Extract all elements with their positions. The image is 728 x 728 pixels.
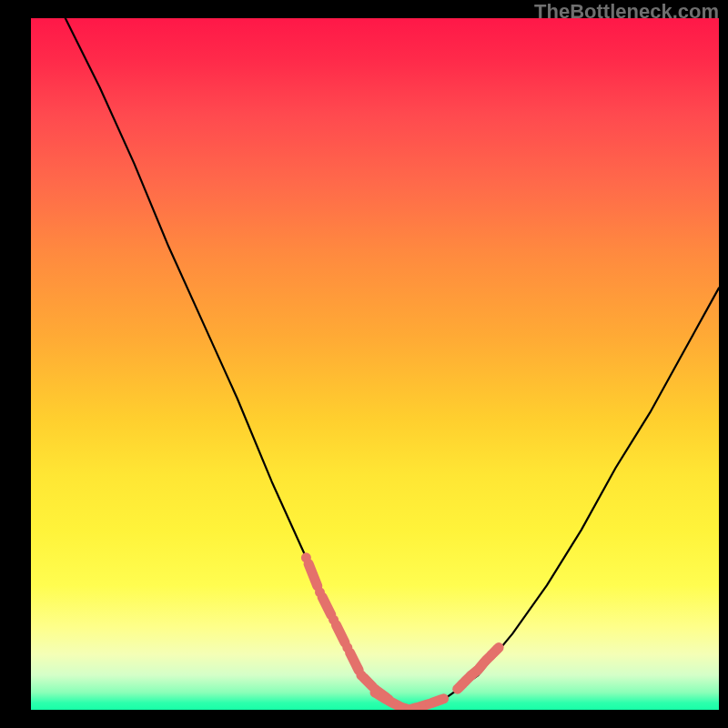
curve-overlay bbox=[31, 18, 719, 710]
svg-point-20 bbox=[384, 696, 394, 706]
svg-point-8 bbox=[329, 615, 339, 625]
svg-point-35 bbox=[473, 664, 483, 674]
svg-line-4 bbox=[364, 678, 373, 687]
chart-frame bbox=[31, 18, 719, 710]
svg-point-6 bbox=[301, 552, 311, 562]
highlight-dots bbox=[301, 552, 504, 710]
svg-point-19 bbox=[370, 688, 380, 698]
svg-line-2 bbox=[336, 625, 345, 642]
watermark-text: TheBottleneck.com bbox=[534, 0, 719, 24]
svg-point-25 bbox=[439, 693, 449, 703]
svg-point-10 bbox=[356, 671, 366, 681]
svg-line-1 bbox=[322, 597, 331, 614]
bottleneck-curve bbox=[66, 18, 719, 710]
svg-point-9 bbox=[342, 642, 352, 652]
svg-point-38 bbox=[494, 642, 504, 652]
svg-line-3 bbox=[350, 652, 359, 670]
plot-area bbox=[31, 18, 719, 710]
svg-point-24 bbox=[425, 699, 435, 709]
svg-line-0 bbox=[308, 564, 318, 586]
svg-point-7 bbox=[315, 587, 325, 597]
